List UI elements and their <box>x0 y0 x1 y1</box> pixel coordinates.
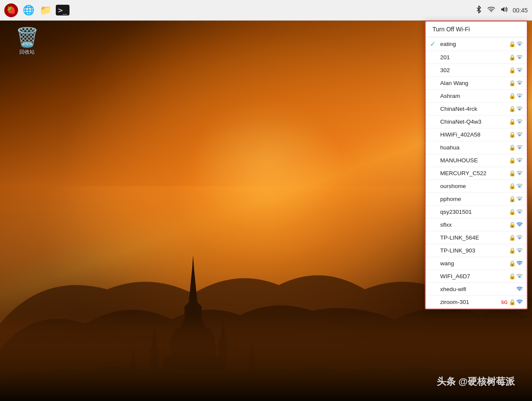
lock-icon: 🔒 <box>509 299 516 305</box>
svg-point-11 <box>519 149 520 149</box>
turn-off-wifi-button[interactable]: Turn Off Wi-Fi <box>426 21 527 37</box>
wifi-signal-icon <box>517 106 523 112</box>
lock-icon: 🔒 <box>509 247 516 254</box>
wifi-network-item[interactable]: qsy2301501🔒 <box>426 206 527 219</box>
wifi-signal-icon <box>517 286 523 292</box>
wifi-network-item[interactable]: ChinaNet-4rck🔒 <box>426 103 527 115</box>
lock-icon: 🔒 <box>509 157 516 164</box>
svg-point-19 <box>519 252 520 252</box>
svg-point-15 <box>519 200 520 201</box>
svg-point-1 <box>491 11 492 12</box>
terminal-icon: >_ <box>56 5 70 15</box>
bluetooth-icon[interactable] <box>475 6 483 15</box>
raspberry-menu-button[interactable]: 🍓 <box>3 3 19 18</box>
globe-icon: 🌐 <box>23 5 34 16</box>
wifi-network-item[interactable]: wang🔒 <box>426 257 527 270</box>
file-manager-button[interactable]: 📁 <box>38 3 53 18</box>
svg-point-18 <box>519 239 520 240</box>
system-tray: 00:45 <box>471 0 532 21</box>
clock: 00:45 <box>513 7 528 14</box>
wifi-network-item[interactable]: pphome🔒 <box>426 193 527 206</box>
wifi-signal-icon <box>517 80 523 86</box>
wifi-network-item[interactable]: ziroom-3015G🔒 <box>426 296 527 309</box>
wifi-signal-icon <box>517 131 523 138</box>
svg-point-12 <box>519 161 520 162</box>
svg-point-17 <box>519 226 520 227</box>
wifi-signal-icon <box>517 234 523 241</box>
svg-point-22 <box>519 290 520 291</box>
wifi-network-item[interactable]: xhedu-wifi <box>426 283 527 296</box>
wifi-network-item[interactable]: MANUHOUSE🔒 <box>426 154 527 167</box>
wifi-network-name: qsy2301501 <box>440 209 509 215</box>
lock-icon: 🔒 <box>509 106 516 112</box>
lock-icon: 🔒 <box>509 131 516 138</box>
browser-button[interactable]: 🌐 <box>21 3 36 18</box>
wifi-tray-icon[interactable] <box>487 6 496 15</box>
wifi-network-item[interactable]: WIFI_A6D7🔒 <box>426 270 527 283</box>
svg-point-20 <box>519 264 520 265</box>
wifi-network-item[interactable]: Alan Wang🔒 <box>426 77 527 90</box>
lock-icon: 🔒 <box>509 144 516 151</box>
wifi-network-item[interactable]: huahua🔒 <box>426 141 527 154</box>
wifi-network-item[interactable]: ✓eating🔒 <box>426 37 527 51</box>
svg-point-4 <box>519 58 520 59</box>
lock-icon: 🔒 <box>509 118 516 125</box>
wifi-network-item[interactable]: 302🔒 <box>426 64 527 77</box>
svg-point-9 <box>519 123 520 124</box>
wifi-network-name: MANUHOUSE <box>440 157 509 164</box>
wifi-signal-icon <box>517 299 523 305</box>
wifi-signal-icon <box>517 41 523 47</box>
wifi-signal-icon <box>517 196 523 202</box>
wifi-network-item[interactable]: ourshome🔒 <box>426 180 527 193</box>
svg-point-5 <box>519 71 520 72</box>
wifi-signal-icon <box>517 273 523 279</box>
wifi-signal-icon <box>517 183 523 189</box>
wifi-network-list: ✓eating🔒201🔒302🔒Alan Wang🔒Ashram🔒ChinaNe… <box>426 37 527 309</box>
wifi-network-item[interactable]: HiWiFi_402A58🔒 <box>426 128 527 141</box>
wifi-network-item[interactable]: TP-LINK_564E🔒 <box>426 231 527 244</box>
taskbar: 🍓 🌐 📁 >_ <box>0 0 532 21</box>
volume-icon[interactable] <box>500 6 508 15</box>
lock-icon: 🔒 <box>509 67 516 73</box>
lock-icon: 🔒 <box>509 54 516 61</box>
wifi-network-name: TP-LINK_903 <box>440 247 509 254</box>
svg-point-14 <box>519 187 520 188</box>
wifi-network-name: ourshome <box>440 183 509 189</box>
wifi-network-name: Alan Wang <box>440 80 509 86</box>
lock-icon: 🔒 <box>509 93 516 99</box>
terminal-button[interactable]: >_ <box>55 3 70 18</box>
wifi-signal-icon <box>517 67 523 73</box>
wifi-network-name: HiWiFi_402A58 <box>440 131 509 138</box>
lock-icon: 🔒 <box>509 209 516 215</box>
wifi-network-name: sflxx <box>440 222 509 228</box>
wifi-signal-icon <box>517 247 523 254</box>
lock-icon: 🔒 <box>509 196 516 202</box>
wifi-network-item[interactable]: TP-LINK_903🔒 <box>426 244 527 257</box>
wifi-network-name: MERCURY_C522 <box>440 170 509 176</box>
svg-point-7 <box>519 97 520 98</box>
wifi-network-item[interactable]: ChinaNet-Q4w3🔒 <box>426 115 527 128</box>
svg-marker-2 <box>501 7 505 12</box>
wifi-network-name: pphome <box>440 196 509 202</box>
wifi-signal-icon <box>517 144 523 151</box>
lock-icon: 🔒 <box>509 41 516 47</box>
wifi-network-item[interactable]: 201🔒 <box>426 51 527 64</box>
wifi-signal-icon <box>517 222 523 228</box>
wifi-network-item[interactable]: Ashram🔒 <box>426 90 527 103</box>
svg-point-13 <box>519 174 520 175</box>
folder-icon: 📁 <box>40 5 51 16</box>
wifi-network-name: WIFI_A6D7 <box>440 273 509 279</box>
wifi-network-item[interactable]: MERCURY_C522🔒 <box>426 167 527 180</box>
svg-point-8 <box>519 110 520 111</box>
wifi-signal-icon <box>517 157 523 164</box>
wifi-network-name: ziroom-301 <box>440 299 501 305</box>
svg-point-16 <box>519 213 520 214</box>
wifi-network-item[interactable]: sflxx🔒 <box>426 219 527 231</box>
wifi-signal-icon <box>517 260 523 267</box>
wifi-panel: Turn Off Wi-Fi ✓eating🔒201🔒302🔒Alan Wang… <box>425 21 528 310</box>
wifi-network-name: TP-LINK_564E <box>440 234 509 241</box>
wifi-network-name: 201 <box>440 54 509 61</box>
svg-point-21 <box>519 277 520 278</box>
svg-point-3 <box>519 45 520 46</box>
wifi-network-name: 302 <box>440 67 509 73</box>
